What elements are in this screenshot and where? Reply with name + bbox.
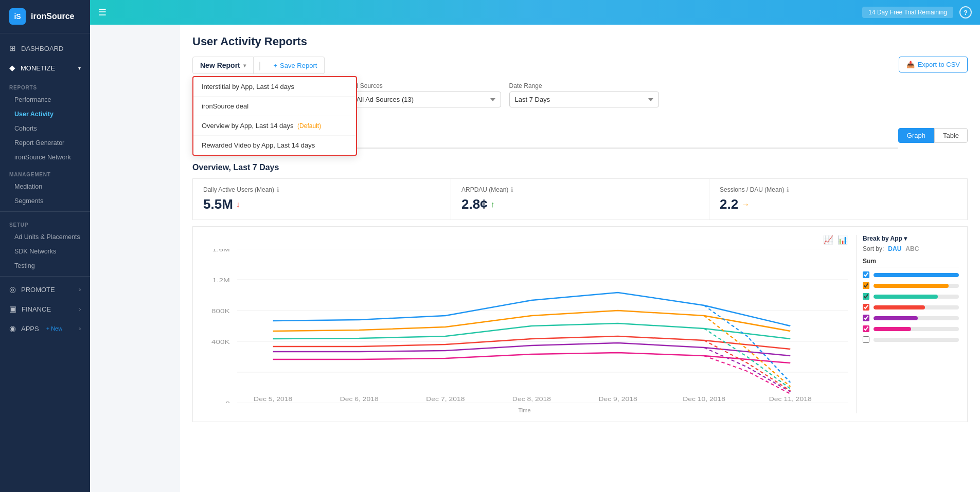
overview-title: Overview, Last 7 Days xyxy=(192,163,279,172)
report-row: New Report ▾ | + Save Report Interstitia… xyxy=(192,57,968,74)
info-icon-sessions[interactable]: ℹ xyxy=(787,186,789,193)
stat-card-sessions: Sessions / DAU (Mean) ℹ 2.2 → xyxy=(709,178,968,220)
svg-text:Dec 11, 2018: Dec 11, 2018 xyxy=(769,396,812,403)
legend-bar-5 xyxy=(874,316,959,320)
finance-icon: ▣ xyxy=(9,304,16,314)
management-section-label: MANAGEMENT xyxy=(0,165,90,179)
break-by-button[interactable]: Break by App ▾ xyxy=(863,235,907,242)
trial-text: 14 Day Free Trial Remaining xyxy=(862,7,953,18)
trend-down-icon: ↓ xyxy=(236,200,240,209)
stat-dau-label: Daily Active Users (Mean) ℹ xyxy=(203,186,440,193)
legend-panel: Break by App ▾ Sort by: DAU ABC Sum xyxy=(856,235,959,413)
help-icon[interactable]: ? xyxy=(959,6,972,19)
save-report-label: Save Report xyxy=(280,62,317,69)
apps-label: APPS xyxy=(21,325,39,333)
legend-bar-7 xyxy=(874,338,959,342)
sidebar-item-performance[interactable]: Performance xyxy=(0,93,90,107)
legend-bar-6 xyxy=(874,327,959,331)
stat-sessions-label: Sessions / DAU (Mean) ℹ xyxy=(720,186,957,193)
stat-sessions-value: 2.2 → xyxy=(720,196,957,212)
legend-bar-3 xyxy=(874,295,959,299)
sidebar-item-finance[interactable]: ▣ FINANCE › xyxy=(0,299,90,319)
legend-item-4 xyxy=(863,304,959,311)
sidebar-item-mediation[interactable]: Mediation xyxy=(0,179,90,194)
legend-item-5 xyxy=(863,315,959,321)
save-report-button[interactable]: + Save Report xyxy=(266,57,325,74)
legend-header: Break by App ▾ xyxy=(863,235,959,242)
info-icon-arpdau[interactable]: ℹ xyxy=(511,186,513,193)
legend-checkbox-5[interactable] xyxy=(863,315,869,321)
sort-abc-link[interactable]: ABC xyxy=(905,245,919,252)
svg-text:400K: 400K xyxy=(211,339,230,345)
chevron-right-icon-3: › xyxy=(79,326,81,332)
legend-item-6 xyxy=(863,325,959,332)
chart-container: 📈 📊 1.6M 1.2M 800K 400K 0 xyxy=(192,226,968,422)
info-icon-dau[interactable]: ℹ xyxy=(277,186,279,193)
apps-new-label: + New xyxy=(46,325,63,332)
legend-checkbox-1[interactable] xyxy=(863,271,869,278)
legend-checkbox-2[interactable] xyxy=(863,282,869,289)
dropdown-arrow-icon: ▾ xyxy=(243,63,246,68)
logo-icon: iS xyxy=(9,8,26,25)
reports-section-label: REPORTS xyxy=(0,78,90,93)
finance-label: FINANCE xyxy=(22,305,51,313)
main-content: User Activity Reports New Report ▾ | + S… xyxy=(180,25,980,492)
legend-item-7 xyxy=(863,336,959,343)
legend-item-2 xyxy=(863,282,959,289)
export-csv-button[interactable]: 📥 Export to CSV xyxy=(899,57,968,72)
sidebar-item-report-generator[interactable]: Report Generator xyxy=(0,136,90,150)
line-chart-icon[interactable]: 📈 xyxy=(823,235,833,245)
export-icon: 📥 xyxy=(906,61,915,68)
svg-text:Dec 6, 2018: Dec 6, 2018 xyxy=(340,396,379,403)
export-label: Export to CSV xyxy=(918,61,960,68)
ad-sources-select[interactable]: All Ad Sources (13) xyxy=(351,92,501,107)
new-report-button[interactable]: New Report ▾ xyxy=(192,57,254,74)
sidebar-item-ironsource-network[interactable]: ironSource Network xyxy=(0,150,90,165)
sidebar-item-user-activity[interactable]: User Activity xyxy=(0,107,90,121)
logo-text: ironSource xyxy=(31,12,74,21)
legend-bar-4 xyxy=(874,305,959,309)
svg-text:1.6M: 1.6M xyxy=(212,249,230,252)
new-report-label: New Report xyxy=(200,61,240,69)
sidebar-item-dashboard[interactable]: ⊞ DASHBOARD xyxy=(0,39,90,58)
save-icon: + xyxy=(273,62,277,69)
stats-row: Daily Active Users (Mean) ℹ 5.5M ↓ ARPDA… xyxy=(192,178,968,220)
legend-bar-2 xyxy=(874,284,959,288)
table-toggle-button[interactable]: Table xyxy=(934,128,968,143)
sidebar-item-ad-units[interactable]: Ad Units & Placements xyxy=(0,230,90,244)
break-by-arrow: ▾ xyxy=(904,235,907,242)
sidebar-item-testing[interactable]: Testing xyxy=(0,259,90,273)
legend-sum-label: Sum xyxy=(863,258,959,267)
sidebar-item-segments[interactable]: Segments xyxy=(0,194,90,208)
sidebar-item-promote[interactable]: ◎ PROMOTE › xyxy=(0,280,90,299)
sidebar-item-monetize[interactable]: ◆ MONETIZE ▾ xyxy=(0,58,90,78)
date-range-select[interactable]: Last 7 Days xyxy=(509,92,660,107)
stat-card-dau: Daily Active Users (Mean) ℹ 5.5M ↓ xyxy=(192,178,451,220)
promote-icon: ◎ xyxy=(9,285,16,294)
report-dropdown: Interstitial by App, Last 14 days ironSo… xyxy=(192,76,357,156)
hamburger-icon[interactable]: ☰ xyxy=(98,7,106,18)
dropdown-item-overview[interactable]: Overview by App, Last 14 days (Default) xyxy=(193,116,356,136)
sidebar-item-sdk-networks[interactable]: SDK Networks xyxy=(0,244,90,259)
monetize-icon: ◆ xyxy=(9,63,15,72)
sort-row: Sort by: DAU ABC xyxy=(863,245,959,252)
default-tag: (Default) xyxy=(297,122,321,130)
sidebar-item-cohorts[interactable]: Cohorts xyxy=(0,121,90,136)
dropdown-item-rewarded[interactable]: Rewarded Video by App, Last 14 days xyxy=(193,136,356,155)
bar-chart-icon[interactable]: 📊 xyxy=(838,235,848,245)
dropdown-item-ironsource-deal[interactable]: ironSource deal xyxy=(193,97,356,116)
graph-toggle-button[interactable]: Graph xyxy=(898,128,934,143)
sidebar-item-apps[interactable]: ◉ APPS + New › xyxy=(0,319,90,338)
legend-checkbox-4[interactable] xyxy=(863,304,869,311)
legend-checkbox-6[interactable] xyxy=(863,325,869,332)
apps-icon: ◉ xyxy=(9,324,16,333)
chart-svg: 1.6M 1.2M 800K 400K 0 xyxy=(201,249,848,403)
topbar: ☰ 14 Day Free Trial Remaining ? xyxy=(90,0,980,25)
svg-text:Dec 9, 2018: Dec 9, 2018 xyxy=(598,396,637,403)
dropdown-item-interstitial[interactable]: Interstitial by App, Last 14 days xyxy=(193,77,356,97)
sort-dau-link[interactable]: DAU xyxy=(888,245,901,252)
legend-item-1 xyxy=(863,271,959,278)
legend-checkbox-3[interactable] xyxy=(863,293,869,300)
legend-checkbox-7[interactable] xyxy=(863,336,869,343)
monetize-label: MONETIZE xyxy=(21,64,55,72)
